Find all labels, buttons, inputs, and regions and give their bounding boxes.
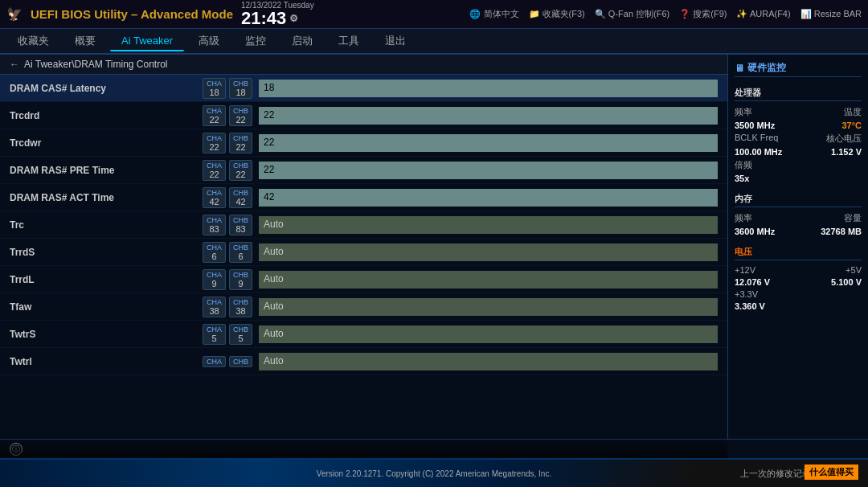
ratio-row: 倍频 (735, 159, 862, 171)
timing-chips: CHA38CHB38 (203, 297, 252, 317)
v5-label: +5V (845, 265, 862, 275)
mem-freq-val-row: 3600 MHz 32768 MB (735, 227, 862, 236)
timing-value[interactable]: Auto (259, 325, 718, 343)
bclk-value: 100.00 MHz (735, 147, 782, 157)
chip-b: CHB38 (229, 297, 252, 317)
timing-table: DRAM CAS# LatencyCHA18CHB1818TrcdrdCHA22… (0, 75, 727, 375)
status-bar: ⓘ (0, 439, 868, 458)
timing-chips: CHACHB (203, 356, 252, 367)
timing-value[interactable]: Auto (259, 216, 718, 234)
qfan-button[interactable]: 🔍 Q-Fan 控制(F6) (595, 8, 669, 20)
timing-value[interactable]: 22 (259, 107, 718, 125)
footer-right: 上一次的修改记录 | EzMode 什么值得买 (740, 468, 858, 480)
header-menu: 🌐 简体中文 📁 收藏夹(F3) 🔍 Q-Fan 控制(F6) ❓ 搜索(F9)… (469, 8, 862, 20)
mem-freq-row: 频率 容量 (735, 212, 862, 224)
timing-value[interactable]: Auto (259, 353, 718, 370)
cpu-title: 处理器 (735, 87, 862, 101)
timing-label: TrrdL (10, 274, 203, 285)
timing-value[interactable]: Auto (259, 271, 718, 289)
bclk-label: BCLK Freq (735, 133, 778, 145)
timing-value[interactable]: 22 (259, 134, 718, 152)
timing-chips: CHA22CHB22 (203, 133, 252, 153)
timing-chips: CHA9CHB9 (203, 269, 252, 290)
last-save-label: 上一次的修改记录 (740, 468, 811, 480)
mem-cap-value: 32768 MB (821, 227, 862, 236)
timing-label: Tfaw (10, 301, 203, 313)
timing-row[interactable]: TrcdwrCHA22CHB2222 (0, 129, 727, 157)
chip-b: CHB18 (229, 78, 252, 99)
cpu-temp-label: 温度 (844, 106, 862, 118)
breadcrumb: ← Ai Tweaker\DRAM Timing Control (0, 55, 727, 75)
chip-a: CHA9 (203, 269, 226, 290)
timing-chips: CHA18CHB18 (203, 78, 252, 99)
tab-exit[interactable]: 退出 (374, 31, 417, 51)
timing-value[interactable]: 22 (259, 162, 718, 179)
vcore-label: 核心电压 (826, 133, 862, 145)
search-button[interactable]: ❓ 搜索(F9) (679, 8, 727, 20)
tab-tools[interactable]: 工具 (327, 31, 371, 51)
cpu-freq-row: 频率 温度 (735, 106, 862, 118)
tab-boot[interactable]: 启动 (280, 31, 324, 51)
mem-cap-label: 容量 (844, 212, 862, 224)
timing-label: DRAM RAS# ACT Time (10, 192, 203, 203)
header-title: UEFI BIOS Utility – Advanced Mode (31, 7, 233, 21)
timing-row[interactable]: TfawCHA38CHB38Auto (0, 293, 727, 321)
cpu-section: 处理器 频率 温度 3500 MHz 37°C BCLK Freq 核心电压 1… (735, 87, 862, 183)
cpu-freq-val-row: 3500 MHz 37°C (735, 121, 862, 130)
chip-b: CHB22 (229, 160, 252, 181)
timing-row[interactable]: DRAM RAS# PRE TimeCHA22CHB2222 (0, 157, 727, 184)
v12-val-row: 12.076 V 5.100 V (735, 277, 862, 287)
resizebar-button[interactable]: 📊 Resize BAR (800, 9, 862, 19)
timing-label: DRAM CAS# Latency (10, 83, 203, 94)
chip-b: CHB6 (229, 242, 252, 263)
tab-monitor[interactable]: 监控 (234, 31, 277, 51)
timing-label: Trcdrd (10, 110, 203, 121)
tab-overview[interactable]: 概要 (63, 31, 107, 51)
watermark-label: 什么值得买 (805, 464, 858, 480)
timing-chips: CHA5CHB5 (203, 324, 252, 345)
footer-copyright: Version 2.20.1271. Copyright (C) 2022 Am… (317, 469, 551, 478)
timing-label: TwtrS (10, 329, 203, 340)
timing-row[interactable]: TrcCHA83CHB83Auto (0, 211, 727, 239)
aura-button[interactable]: ✨ AURA(F4) (736, 9, 790, 19)
timing-value[interactable]: Auto (259, 298, 718, 316)
cpu-freq-value: 3500 MHz (735, 121, 775, 130)
chip-a: CHA42 (203, 187, 226, 208)
timing-row[interactable]: TrcdrdCHA22CHB2222 (0, 102, 727, 129)
v5-value: 5.100 V (831, 277, 862, 287)
v33-row: +3.3V (735, 289, 862, 299)
timing-label: DRAM RAS# PRE Time (10, 165, 203, 176)
timing-chips: CHA22CHB22 (203, 160, 252, 181)
tab-favorites[interactable]: 收藏夹 (6, 31, 60, 51)
timing-value[interactable]: 42 (259, 189, 718, 207)
chip-b: CHB22 (229, 105, 252, 126)
timing-row[interactable]: TrrdSCHA6CHB6Auto (0, 239, 727, 266)
time-display: 21:43 ⚙ (241, 10, 298, 27)
tab-aitweaker[interactable]: Ai Tweaker (110, 31, 184, 51)
timing-label: Trc (10, 219, 203, 231)
hardware-monitor-section: 🖥 硬件监控 (735, 61, 862, 77)
lang-button[interactable]: 🌐 简体中文 (469, 8, 518, 20)
memory-section: 内存 频率 容量 3600 MHz 32768 MB (735, 193, 862, 236)
favorites-button[interactable]: 📁 收藏夹(F3) (529, 8, 585, 20)
timing-row[interactable]: TwtrlCHACHBAuto (0, 348, 727, 375)
cpu-freq-label: 频率 (735, 106, 752, 118)
timing-row[interactable]: DRAM RAS# ACT TimeCHA42CHB4242 (0, 184, 727, 211)
vcore-value: 1.152 V (831, 147, 862, 157)
settings-icon[interactable]: ⚙ (289, 14, 298, 23)
timing-row[interactable]: DRAM CAS# LatencyCHA18CHB1818 (0, 75, 727, 102)
info-icon[interactable]: ⓘ (10, 443, 23, 456)
timing-row[interactable]: TwtrSCHA5CHB5Auto (0, 321, 727, 348)
timing-value[interactable]: Auto (259, 244, 718, 261)
timing-value[interactable]: 18 (259, 80, 718, 97)
back-arrow-icon[interactable]: ← (10, 59, 19, 70)
ratio-value: 35x (735, 174, 749, 183)
ratio-label: 倍频 (735, 159, 752, 171)
cpu-temp-value: 37°C (841, 121, 862, 130)
timing-chips: CHA83CHB83 (203, 215, 252, 235)
timing-label: Trcdwr (10, 137, 203, 149)
timing-row[interactable]: TrrdLCHA9CHB9Auto (0, 266, 727, 293)
header-bar: 🦅 UEFI BIOS Utility – Advanced Mode 12/1… (0, 0, 868, 29)
tab-advanced[interactable]: 高级 (187, 31, 231, 51)
chip-a: CHA22 (203, 105, 226, 126)
